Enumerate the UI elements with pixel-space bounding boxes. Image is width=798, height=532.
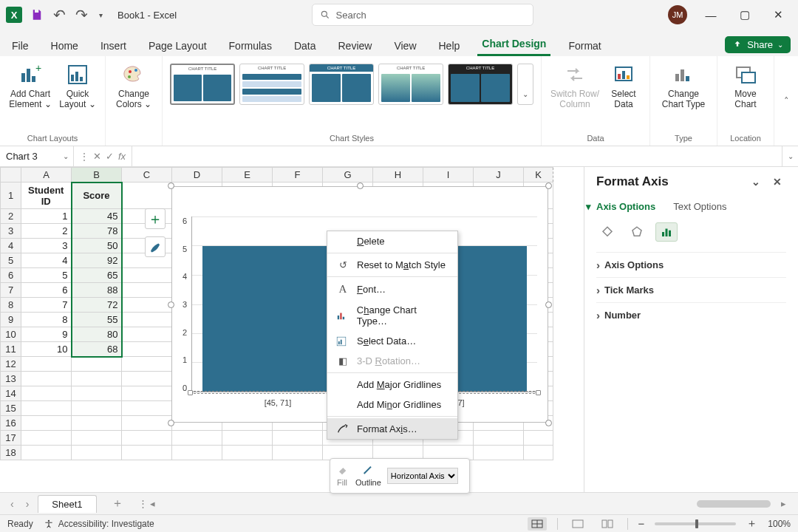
col-header[interactable]: G bbox=[323, 168, 373, 183]
pane-tab-text-options[interactable]: Text Options bbox=[673, 201, 726, 212]
ctx-format-axis[interactable]: Format Axis… bbox=[327, 418, 457, 439]
mini-fill-button[interactable]: Fill bbox=[335, 465, 349, 487]
cell[interactable]: 65 bbox=[72, 268, 122, 283]
pane-tab-axis-options[interactable]: Axis Options bbox=[596, 201, 655, 212]
sheet-nav-prev-icon[interactable]: ‹ bbox=[7, 498, 17, 510]
row-header[interactable]: 12 bbox=[1, 357, 21, 372]
row-header[interactable]: 3 bbox=[1, 224, 21, 239]
cell[interactable]: 5 bbox=[21, 268, 72, 283]
ctx-add-major-gridlines[interactable]: Add Major Gridlines bbox=[327, 375, 457, 395]
cell[interactable]: 88 bbox=[72, 283, 122, 298]
row-header[interactable]: 9 bbox=[1, 313, 21, 327]
chart-style-thumb[interactable]: CHART TITLE bbox=[448, 64, 513, 105]
chart-style-thumb[interactable]: CHART TITLE bbox=[309, 64, 374, 105]
row-header[interactable]: 7 bbox=[1, 283, 21, 298]
formula-confirm-icon[interactable]: ✓ bbox=[106, 151, 114, 162]
zoom-level[interactable]: 100% bbox=[768, 519, 791, 529]
tab-format[interactable]: Format bbox=[564, 40, 605, 56]
worksheet-area[interactable]: A B C D E F G H I J K 1 Student ID Score… bbox=[0, 167, 584, 492]
mini-outline-button[interactable]: Outline bbox=[355, 465, 381, 487]
tab-review[interactable]: Review bbox=[334, 40, 377, 56]
cell[interactable]: 4 bbox=[21, 253, 72, 268]
row-header[interactable]: 14 bbox=[1, 386, 21, 401]
cell[interactable]: 50 bbox=[72, 239, 122, 253]
quick-layout-button[interactable]: Quick Layout ⌄ bbox=[58, 61, 98, 110]
sheet-tab[interactable]: Sheet1 bbox=[38, 495, 96, 513]
col-header[interactable]: F bbox=[273, 168, 323, 183]
sheet-nav-next-icon[interactable]: › bbox=[23, 498, 33, 510]
scroll-right-icon[interactable]: ▸ bbox=[777, 498, 791, 509]
add-sheet-icon[interactable]: ＋ bbox=[103, 496, 132, 511]
change-colors-button[interactable]: Change Colors ⌄ bbox=[113, 61, 154, 110]
resize-handle[interactable] bbox=[357, 183, 364, 189]
qat-dropdown-icon[interactable]: ▾ bbox=[96, 11, 106, 19]
row-header[interactable]: 8 bbox=[1, 298, 21, 313]
cell[interactable] bbox=[122, 183, 172, 209]
col-header[interactable]: B bbox=[72, 168, 122, 183]
cell[interactable]: 92 bbox=[72, 253, 122, 268]
search-box[interactable]: Search bbox=[312, 4, 533, 26]
tab-file[interactable]: File bbox=[7, 40, 33, 56]
cell[interactable]: 3 bbox=[21, 239, 72, 253]
chart-style-thumb[interactable]: CHART TITLE bbox=[239, 64, 304, 105]
window-minimize-icon[interactable]: — bbox=[700, 9, 721, 21]
pane-close-icon[interactable]: ✕ bbox=[768, 176, 786, 188]
row-header[interactable]: 4 bbox=[1, 239, 21, 253]
col-header[interactable]: D bbox=[172, 168, 222, 183]
resize-handle[interactable] bbox=[168, 183, 174, 189]
tab-page-layout[interactable]: Page Layout bbox=[144, 40, 211, 56]
zoom-in-icon[interactable]: ＋ bbox=[746, 516, 757, 531]
effects-options-icon[interactable] bbox=[626, 222, 648, 242]
formula-expand-icon[interactable]: ⌄ bbox=[782, 146, 798, 166]
resize-handle[interactable] bbox=[545, 420, 552, 426]
cell[interactable]: 68 bbox=[72, 342, 122, 357]
row-header[interactable]: 10 bbox=[1, 327, 21, 342]
zoom-slider[interactable] bbox=[655, 522, 736, 525]
chart-styles-more-button[interactable]: ⌄ bbox=[517, 64, 533, 105]
cell[interactable]: 45 bbox=[72, 209, 122, 224]
resize-handle[interactable] bbox=[168, 301, 174, 308]
axis-options-icon[interactable] bbox=[655, 222, 678, 242]
tab-insert[interactable]: Insert bbox=[96, 40, 131, 56]
user-avatar[interactable]: JM bbox=[668, 5, 687, 24]
formula-input[interactable] bbox=[132, 146, 782, 166]
view-page-break-icon[interactable] bbox=[598, 517, 617, 531]
row-header[interactable]: 2 bbox=[1, 209, 21, 224]
col-header[interactable]: E bbox=[222, 168, 273, 183]
cell[interactable]: 2 bbox=[21, 224, 72, 239]
col-header[interactable]: H bbox=[373, 168, 423, 183]
col-header[interactable]: K bbox=[524, 168, 553, 183]
cell[interactable]: 55 bbox=[72, 313, 122, 327]
chart-style-thumb[interactable]: CHART TITLE bbox=[378, 64, 443, 105]
row-header[interactable]: 13 bbox=[1, 372, 21, 386]
row-header[interactable]: 18 bbox=[1, 446, 21, 460]
tab-help[interactable]: Help bbox=[434, 40, 465, 56]
col-header[interactable]: J bbox=[474, 168, 524, 183]
formula-cancel-icon[interactable]: ✕ bbox=[93, 151, 101, 162]
row-header[interactable]: 16 bbox=[1, 416, 21, 431]
chart-style-thumb[interactable]: CHART TITLE bbox=[170, 64, 235, 105]
ctx-change-chart-type[interactable]: Change Chart Type… bbox=[327, 300, 457, 331]
col-header[interactable]: C bbox=[122, 168, 172, 183]
mini-axis-select[interactable]: Horizontal Axis bbox=[387, 468, 458, 484]
view-normal-icon[interactable] bbox=[528, 517, 547, 531]
accessibility-status[interactable]: Accessibility: Investigate bbox=[44, 519, 154, 529]
pane-dropdown-icon[interactable]: ⌄ bbox=[747, 176, 765, 188]
select-data-button[interactable]: Select Data bbox=[605, 61, 642, 110]
row-header[interactable]: 11 bbox=[1, 342, 21, 357]
pane-section-number[interactable]: Number bbox=[596, 302, 786, 327]
resize-handle[interactable] bbox=[545, 183, 552, 189]
cell[interactable]: Student ID bbox=[21, 183, 72, 209]
cell[interactable]: 78 bbox=[72, 224, 122, 239]
ctx-select-data[interactable]: Select Data… bbox=[327, 331, 457, 351]
row-header[interactable]: 6 bbox=[1, 268, 21, 283]
ctx-delete[interactable]: Delete bbox=[327, 231, 457, 251]
redo-icon[interactable]: ↷ bbox=[74, 7, 89, 22]
cell[interactable]: 6 bbox=[21, 283, 72, 298]
cell[interactable]: 80 bbox=[72, 327, 122, 342]
tab-view[interactable]: View bbox=[389, 40, 420, 56]
col-header[interactable]: A bbox=[21, 168, 72, 183]
window-maximize-icon[interactable]: ▢ bbox=[734, 8, 755, 21]
chevron-down-icon[interactable]: ⌄ bbox=[63, 152, 69, 160]
cell[interactable]: 9 bbox=[21, 327, 72, 342]
